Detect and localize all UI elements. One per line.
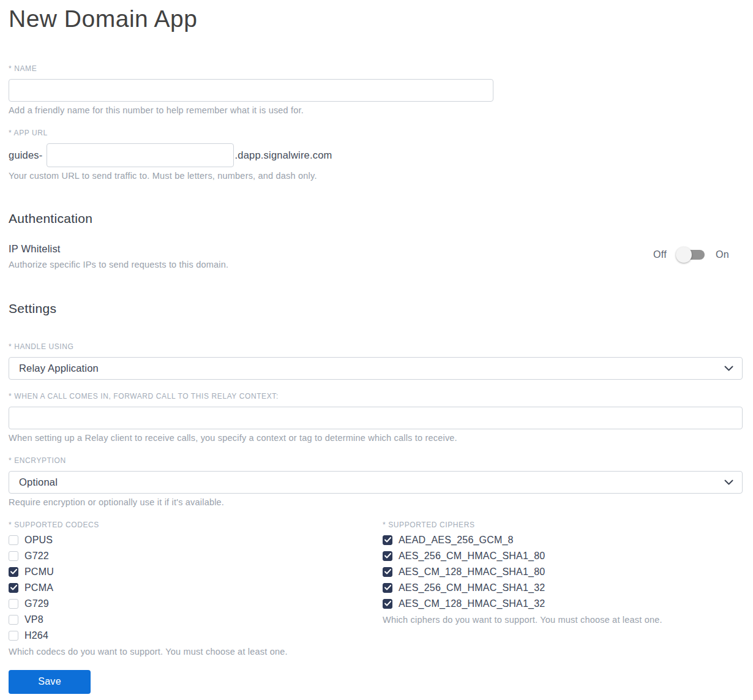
checkbox-icon[interactable]: [9, 535, 18, 545]
codec-option-label: PCMU: [24, 566, 54, 578]
encryption-field-group: * ENCRYPTION Optional Require encryption…: [9, 456, 743, 507]
save-button[interactable]: Save: [9, 670, 91, 694]
codec-option-label: G722: [24, 551, 49, 562]
toggle-off-label: Off: [653, 249, 667, 260]
app-url-label: * APP URL: [9, 129, 743, 137]
codec-option[interactable]: PCMA: [9, 583, 383, 593]
codec-option[interactable]: G722: [9, 551, 383, 561]
ip-whitelist-helper: Authorize specific IPs to send requests …: [9, 260, 228, 269]
name-input[interactable]: [9, 79, 493, 102]
checkbox-icon[interactable]: [383, 599, 392, 609]
checkbox-icon[interactable]: [9, 583, 18, 593]
toggle-on-label: On: [716, 249, 729, 260]
toggle-knob-icon: [676, 247, 692, 263]
relay-context-input[interactable]: [9, 407, 743, 429]
codec-cipher-columns: * SUPPORTED CODECS OPUS: [9, 521, 743, 657]
ciphers-helper: Which ciphers do you want to support. Yo…: [383, 615, 743, 625]
ip-whitelist-row: IP Whitelist Authorize specific IPs to s…: [9, 243, 743, 269]
codec-option-label: OPUS: [24, 535, 53, 546]
relay-context-helper: When setting up a Relay client to receiv…: [9, 433, 743, 443]
checkbox-icon[interactable]: [9, 567, 18, 577]
encryption-helper: Require encryption or optionally use it …: [9, 497, 743, 507]
name-field-group: * NAME Add a friendly name for this numb…: [9, 64, 743, 115]
name-label: * NAME: [9, 64, 743, 73]
page-title: New Domain App: [9, 5, 743, 34]
encryption-label: * ENCRYPTION: [9, 456, 743, 465]
codec-option[interactable]: VP8: [9, 615, 383, 625]
handle-using-label: * HANDLE USING: [9, 342, 743, 351]
check-icon: [384, 537, 391, 543]
supported-codecs-label: * SUPPORTED CODECS: [9, 521, 383, 529]
app-url-field-group: * APP URL guides- .dapp.signalwire.com Y…: [9, 129, 743, 181]
supported-codecs-group: * SUPPORTED CODECS OPUS: [9, 521, 383, 657]
checkbox-icon[interactable]: [9, 615, 18, 625]
app-url-prefix: guides-: [9, 149, 43, 161]
app-url-input[interactable]: [47, 143, 234, 167]
check-icon: [384, 585, 391, 590]
name-helper: Add a friendly name for this number to h…: [9, 105, 743, 115]
settings-heading: Settings: [9, 301, 743, 316]
ip-whitelist-text: IP Whitelist Authorize specific IPs to s…: [9, 243, 228, 269]
ip-whitelist-label: IP Whitelist: [9, 243, 228, 255]
chevron-down-icon: [724, 480, 733, 485]
checkbox-icon[interactable]: [383, 567, 392, 577]
handle-using-select[interactable]: Relay Application: [9, 357, 743, 380]
cipher-option[interactable]: AES_256_CM_HMAC_SHA1_32: [383, 583, 743, 593]
new-domain-app-page: New Domain App * NAME Add a friendly nam…: [0, 0, 753, 694]
relay-context-label: * WHEN A CALL COMES IN, FORWARD CALL TO …: [9, 392, 743, 401]
check-icon: [10, 569, 17, 574]
checkbox-icon[interactable]: [383, 583, 392, 593]
cipher-option[interactable]: AEAD_AES_256_GCM_8: [383, 535, 743, 545]
check-icon: [10, 585, 17, 590]
handle-using-value: Relay Application: [19, 363, 724, 374]
checkbox-icon[interactable]: [9, 551, 18, 561]
check-icon: [384, 601, 391, 606]
encryption-select[interactable]: Optional: [9, 471, 743, 494]
cipher-option[interactable]: AES_256_CM_HMAC_SHA1_80: [383, 551, 743, 561]
supported-ciphers-label: * SUPPORTED CIPHERS: [383, 521, 743, 529]
handle-using-field-group: * HANDLE USING Relay Application: [9, 342, 743, 380]
codec-option-label: PCMA: [24, 582, 53, 593]
supported-ciphers-group: * SUPPORTED CIPHERS AEAD_AES_256_GCM_8: [383, 521, 743, 657]
codec-option-label: G729: [24, 598, 49, 609]
app-url-row: guides- .dapp.signalwire.com: [9, 143, 743, 167]
codecs-checklist: OPUS G722: [9, 535, 383, 641]
codec-option[interactable]: OPUS: [9, 535, 383, 545]
codec-option-label: H264: [24, 630, 48, 641]
cipher-option-label: AES_256_CM_HMAC_SHA1_32: [399, 582, 545, 593]
checkbox-icon[interactable]: [9, 631, 18, 641]
check-icon: [384, 569, 391, 574]
checkbox-icon[interactable]: [383, 551, 392, 561]
cipher-option-label: AEAD_AES_256_GCM_8: [399, 535, 514, 546]
chevron-down-icon: [724, 366, 733, 371]
ip-whitelist-toggle[interactable]: [678, 247, 705, 263]
codec-option-label: VP8: [24, 614, 43, 625]
save-row: Save: [9, 670, 743, 694]
checkbox-icon[interactable]: [9, 599, 18, 609]
cipher-option[interactable]: AES_CM_128_HMAC_SHA1_32: [383, 599, 743, 609]
authentication-heading: Authentication: [9, 211, 743, 226]
app-url-helper: Your custom URL to send traffic to. Must…: [9, 171, 743, 181]
check-icon: [384, 553, 391, 559]
cipher-option-label: AES_CM_128_HMAC_SHA1_80: [399, 566, 545, 578]
cipher-option-label: AES_CM_128_HMAC_SHA1_32: [399, 598, 545, 609]
codecs-helper: Which codecs do you want to support. You…: [9, 647, 383, 657]
codec-option[interactable]: G729: [9, 599, 383, 609]
encryption-value: Optional: [19, 476, 724, 488]
relay-context-field-group: * WHEN A CALL COMES IN, FORWARD CALL TO …: [9, 392, 743, 443]
ip-whitelist-toggle-group: Off On: [653, 247, 743, 263]
codec-option[interactable]: PCMU: [9, 567, 383, 577]
app-url-suffix: .dapp.signalwire.com: [235, 149, 332, 161]
ciphers-checklist: AEAD_AES_256_GCM_8 AES_256_CM_HMAC_SHA1_…: [383, 535, 743, 609]
codec-option[interactable]: H264: [9, 631, 383, 641]
cipher-option-label: AES_256_CM_HMAC_SHA1_80: [399, 551, 545, 562]
cipher-option[interactable]: AES_CM_128_HMAC_SHA1_80: [383, 567, 743, 577]
checkbox-icon[interactable]: [383, 535, 392, 545]
